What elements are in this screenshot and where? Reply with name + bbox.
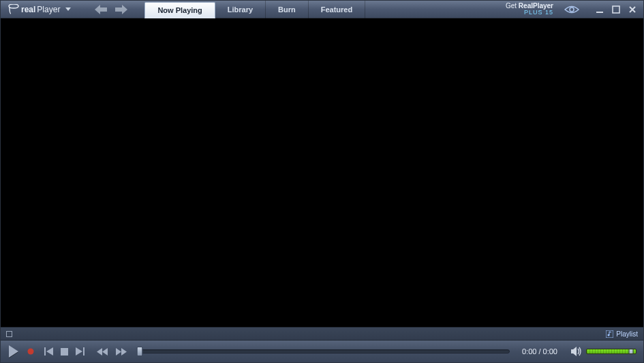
promo-line-2: PLUS 15 [506, 10, 553, 16]
next-track-button[interactable] [75, 347, 85, 356]
tab-label: Featured [321, 5, 352, 14]
app-name-suffix: Player [37, 5, 60, 14]
app-menu-button[interactable]: realPlayer [5, 3, 74, 16]
record-button[interactable] [27, 347, 35, 356]
menu-dropdown-icon [65, 7, 71, 12]
volume-slider[interactable] [586, 349, 637, 354]
transport-controls [44, 347, 85, 356]
volume-thumb[interactable] [628, 349, 633, 354]
close-button[interactable] [627, 4, 638, 15]
playback-control-bar: 0:00 / 0:00 [1, 341, 643, 362]
record-icon [27, 347, 35, 356]
close-icon [628, 5, 637, 14]
navigation-arrows [94, 3, 128, 16]
info-bar: Playlist [1, 327, 643, 341]
previous-track-icon [44, 347, 54, 356]
tab-featured[interactable]: Featured [309, 1, 365, 18]
minimize-button[interactable] [594, 4, 605, 15]
title-bar-right: Get RealPlayer PLUS 15 [506, 3, 639, 16]
progress-thumb[interactable] [137, 347, 143, 356]
playlist-toggle-button[interactable]: Playlist [606, 330, 638, 338]
window-controls [594, 4, 638, 15]
rewind-icon [97, 348, 108, 356]
video-display-area[interactable] [1, 18, 643, 327]
seek-controls [97, 348, 127, 356]
progress-slider[interactable] [139, 349, 510, 353]
tab-library[interactable]: Library [215, 1, 266, 18]
svg-rect-8 [83, 347, 85, 356]
tab-now-playing[interactable]: Now Playing [144, 2, 215, 18]
mute-button[interactable] [571, 347, 582, 356]
upgrade-promo-button[interactable]: Get RealPlayer PLUS 15 [506, 3, 553, 16]
speaker-icon [571, 347, 582, 356]
eye-icon [564, 5, 579, 14]
minimize-icon [596, 5, 604, 14]
svg-rect-1 [596, 12, 603, 13]
svg-rect-2 [613, 6, 619, 13]
visualization-toggle-button[interactable] [562, 3, 582, 16]
back-button[interactable] [94, 3, 108, 16]
volume-control [571, 347, 637, 356]
maximize-button[interactable] [611, 4, 622, 15]
title-bar: realPlayer Now Playing Library Burn Feat… [1, 1, 643, 18]
stop-indicator-icon [6, 331, 12, 337]
play-icon [7, 345, 20, 358]
back-arrow-icon [95, 5, 107, 14]
application-window: realPlayer Now Playing Library Burn Feat… [0, 0, 644, 363]
tab-burn[interactable]: Burn [266, 1, 309, 18]
play-button[interactable] [7, 345, 20, 358]
forward-arrow-icon [115, 5, 127, 14]
promo-pretext: Get [506, 2, 519, 10]
fast-forward-button[interactable] [116, 348, 127, 356]
stop-icon [61, 348, 68, 356]
fast-forward-icon [116, 348, 127, 356]
forward-button[interactable] [114, 3, 128, 16]
tab-label: Now Playing [157, 6, 202, 14]
svg-rect-6 [44, 347, 46, 356]
playlist-icon [606, 330, 613, 338]
tab-label: Library [228, 5, 253, 14]
rewind-button[interactable] [97, 348, 108, 356]
stop-button[interactable] [61, 348, 68, 356]
svg-rect-7 [61, 348, 68, 356]
maximize-icon [612, 5, 620, 14]
next-track-icon [75, 347, 85, 356]
time-display: 0:00 / 0:00 [522, 347, 557, 356]
previous-track-button[interactable] [44, 347, 54, 356]
realplayer-logo-icon [7, 4, 20, 15]
main-tabs: Now Playing Library Burn Featured [144, 1, 365, 18]
tab-label: Burn [278, 5, 296, 14]
app-name-prefix: real [21, 5, 35, 14]
svg-point-0 [570, 7, 574, 12]
svg-point-5 [28, 349, 34, 355]
playlist-label: Playlist [616, 330, 638, 338]
